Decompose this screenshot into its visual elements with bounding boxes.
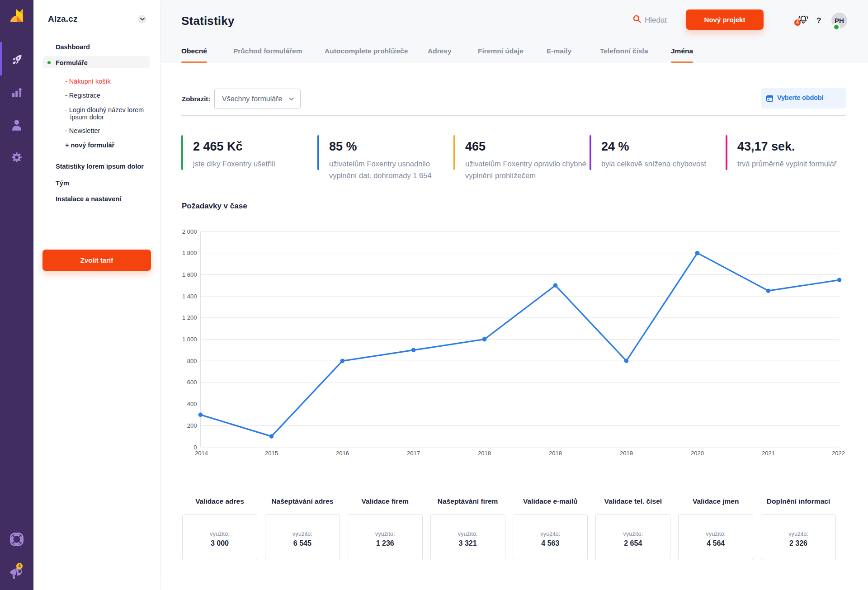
svg-text:2019: 2019 <box>620 450 633 457</box>
svg-text:2018: 2018 <box>549 450 562 457</box>
svg-text:1 600: 1 600 <box>182 271 197 278</box>
svg-text:2014: 2014 <box>195 450 208 457</box>
svg-text:2017: 2017 <box>407 450 420 457</box>
svg-text:1 200: 1 200 <box>182 314 197 321</box>
svg-text:800: 800 <box>187 358 197 364</box>
svg-text:2015: 2015 <box>265 450 278 457</box>
svg-text:1 400: 1 400 <box>182 293 197 300</box>
svg-text:1 800: 1 800 <box>182 250 197 256</box>
svg-text:200: 200 <box>187 422 197 429</box>
svg-text:2018: 2018 <box>478 450 491 457</box>
svg-text:2022: 2022 <box>832 450 845 457</box>
svg-text:2020: 2020 <box>691 450 704 457</box>
svg-text:2 000: 2 000 <box>182 228 197 235</box>
svg-text:1 000: 1 000 <box>182 336 197 343</box>
svg-text:2021: 2021 <box>762 450 775 457</box>
svg-text:400: 400 <box>187 401 197 407</box>
svg-text:2016: 2016 <box>336 450 349 457</box>
svg-text:600: 600 <box>187 379 197 386</box>
